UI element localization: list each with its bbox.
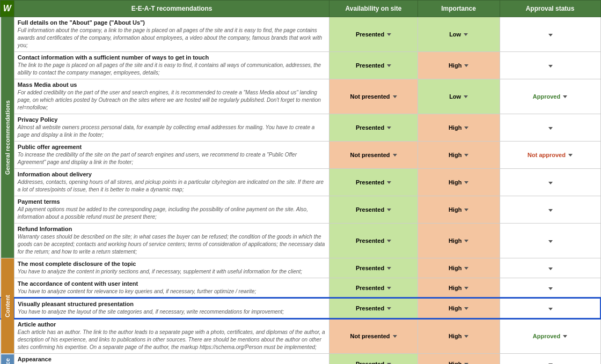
- availability-select[interactable]: Presented: [356, 285, 391, 291]
- recommendation-cell: Contact information with a sufficient nu…: [14, 52, 329, 79]
- availability-select[interactable]: Presented: [356, 237, 391, 244]
- recommendation-desc: You have to analyze the layout of the si…: [18, 308, 326, 316]
- recommendation-title: Mass Media about us: [18, 81, 326, 88]
- chevron-down-icon: [464, 33, 468, 36]
- importance-cell[interactable]: High: [417, 196, 500, 224]
- availability-select[interactable]: Not presented: [350, 152, 397, 158]
- chevron-down-icon[interactable]: [548, 34, 553, 36]
- approval-cell[interactable]: [500, 278, 600, 299]
- importance-select[interactable]: High: [449, 124, 468, 131]
- recommendation-desc: Warranty cases should be described on th…: [18, 233, 326, 256]
- availability-cell[interactable]: Not presented: [329, 142, 417, 169]
- chevron-down-icon[interactable]: [548, 287, 553, 290]
- availability-select[interactable]: Presented: [356, 62, 391, 69]
- importance-select[interactable]: High: [449, 361, 468, 364]
- availability-select[interactable]: Presented: [356, 31, 391, 38]
- approval-cell[interactable]: [500, 354, 600, 365]
- availability-value: Not presented: [350, 333, 390, 339]
- importance-cell[interactable]: Low: [417, 17, 500, 52]
- chevron-down-icon[interactable]: [548, 240, 553, 243]
- chevron-down-icon: [387, 307, 391, 310]
- recommendation-title: Full details on the "About" page ("About…: [18, 19, 326, 26]
- chevron-down-icon[interactable]: [548, 209, 553, 212]
- chevron-down-icon: [387, 64, 391, 67]
- importance-select[interactable]: Low: [449, 31, 468, 38]
- approval-cell[interactable]: [500, 298, 600, 318]
- importance-cell[interactable]: High: [417, 224, 500, 258]
- importance-select[interactable]: High: [449, 62, 468, 69]
- recommendation-title: Payment terms: [18, 198, 326, 205]
- availability-cell[interactable]: Not presented: [329, 79, 417, 114]
- recommendation-title: Article author: [18, 321, 326, 328]
- availability-cell[interactable]: Presented: [329, 278, 417, 299]
- importance-select[interactable]: High: [449, 305, 468, 311]
- approval-cell[interactable]: [500, 114, 600, 142]
- importance-cell[interactable]: High: [417, 298, 500, 318]
- recommendation-desc: The link to the page is placed on all pa…: [18, 62, 326, 77]
- approval-select[interactable]: Approved: [533, 93, 567, 100]
- importance-cell[interactable]: High: [417, 52, 500, 79]
- approval-cell[interactable]: [500, 52, 600, 79]
- importance-select[interactable]: High: [449, 152, 468, 158]
- recommendation-cell: Mass Media about us For added credibilit…: [14, 79, 329, 114]
- availability-cell[interactable]: Presented: [329, 52, 417, 79]
- approval-cell[interactable]: Not approved: [500, 142, 600, 169]
- recommendation-desc: To increase the credibility of the site …: [18, 151, 326, 166]
- importance-select[interactable]: High: [449, 333, 468, 339]
- availability-cell[interactable]: Presented: [329, 224, 417, 258]
- chevron-down-icon: [387, 127, 391, 129]
- availability-value: Presented: [356, 31, 384, 38]
- availability-select[interactable]: Presented: [356, 361, 391, 364]
- importance-select[interactable]: High: [449, 179, 468, 185]
- availability-cell[interactable]: Presented: [329, 354, 417, 365]
- importance-cell[interactable]: High: [417, 318, 500, 354]
- availability-cell[interactable]: Presented: [329, 169, 417, 196]
- availability-select[interactable]: Presented: [356, 206, 391, 213]
- availability-value: Not presented: [350, 152, 390, 158]
- chevron-down-icon[interactable]: [548, 65, 553, 68]
- recommendation-title: The accordance of content with user inte…: [18, 280, 326, 287]
- availability-select[interactable]: Presented: [356, 179, 391, 185]
- availability-cell[interactable]: Presented: [329, 196, 417, 224]
- importance-cell[interactable]: High: [417, 354, 500, 365]
- chevron-down-icon[interactable]: [548, 182, 553, 184]
- availability-select[interactable]: Not presented: [350, 93, 397, 100]
- availability-value: Presented: [356, 285, 384, 291]
- availability-select[interactable]: Presented: [356, 305, 391, 311]
- approval-cell[interactable]: [500, 258, 600, 278]
- recommendation-title: Information about delivery: [18, 171, 326, 177]
- chevron-down-icon: [393, 154, 397, 157]
- availability-cell[interactable]: Presented: [329, 114, 417, 142]
- chevron-down-icon[interactable]: [548, 127, 553, 130]
- approval-cell[interactable]: [500, 196, 600, 224]
- chevron-down-icon[interactable]: [548, 268, 553, 270]
- availability-cell[interactable]: Presented: [329, 17, 417, 52]
- approval-cell[interactable]: Approved: [500, 79, 600, 114]
- importance-select[interactable]: Low: [449, 93, 468, 100]
- availability-select[interactable]: Presented: [356, 265, 391, 271]
- importance-cell[interactable]: High: [417, 114, 500, 142]
- importance-cell[interactable]: High: [417, 142, 500, 169]
- availability-select[interactable]: Not presented: [350, 333, 397, 339]
- approval-cell[interactable]: [500, 169, 600, 196]
- chevron-down-icon: [464, 127, 468, 129]
- approval-cell[interactable]: [500, 224, 600, 258]
- importance-cell[interactable]: Low: [417, 79, 500, 114]
- approval-select[interactable]: Not approved: [527, 152, 573, 158]
- availability-select[interactable]: Presented: [356, 124, 391, 131]
- approval-cell[interactable]: [500, 17, 600, 52]
- availability-cell[interactable]: Presented: [329, 298, 417, 318]
- chevron-down-icon: [464, 181, 468, 184]
- importance-select[interactable]: High: [449, 285, 468, 291]
- availability-cell[interactable]: Presented: [329, 258, 417, 278]
- importance-cell[interactable]: High: [417, 278, 500, 299]
- importance-select[interactable]: High: [449, 237, 468, 244]
- importance-select[interactable]: High: [449, 206, 468, 213]
- chevron-down-icon[interactable]: [548, 308, 553, 310]
- approval-select[interactable]: Approved: [533, 333, 567, 339]
- importance-cell[interactable]: High: [417, 169, 500, 196]
- availability-cell[interactable]: Not presented: [329, 318, 417, 354]
- approval-cell[interactable]: Approved: [500, 318, 600, 354]
- importance-cell[interactable]: High: [417, 258, 500, 278]
- importance-select[interactable]: High: [449, 265, 468, 271]
